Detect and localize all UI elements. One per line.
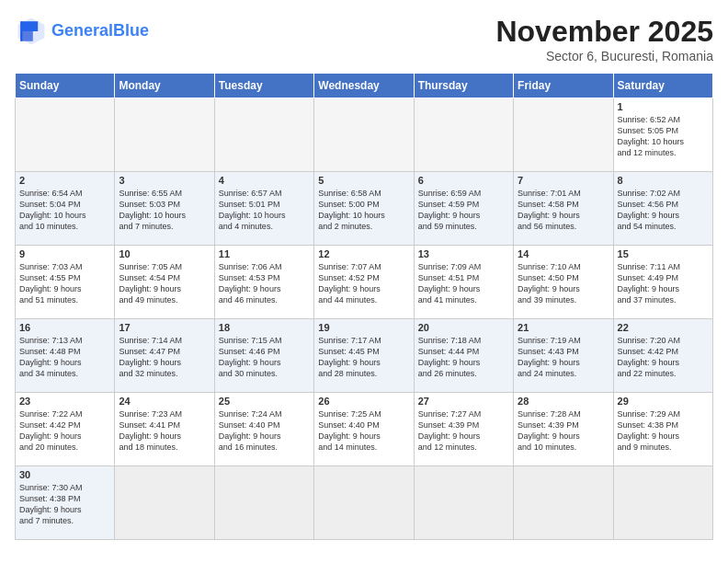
calendar-cell: 17Sunrise: 7:14 AM Sunset: 4:47 PM Dayli… bbox=[115, 319, 214, 393]
day-number: 10 bbox=[119, 248, 210, 259]
day-number: 30 bbox=[19, 469, 110, 480]
day-info: Sunrise: 6:58 AM Sunset: 5:00 PM Dayligh… bbox=[318, 188, 409, 233]
header-day-sunday: Sunday bbox=[16, 74, 115, 98]
calendar-cell: 30Sunrise: 7:30 AM Sunset: 4:38 PM Dayli… bbox=[16, 466, 115, 540]
calendar-cell: 15Sunrise: 7:11 AM Sunset: 4:49 PM Dayli… bbox=[613, 246, 712, 319]
calendar-cell: 25Sunrise: 7:24 AM Sunset: 4:40 PM Dayli… bbox=[214, 393, 313, 466]
day-number: 1 bbox=[618, 101, 709, 112]
header-day-tuesday: Tuesday bbox=[214, 74, 313, 98]
calendar-cell bbox=[115, 98, 214, 172]
day-info: Sunrise: 7:09 AM Sunset: 4:51 PM Dayligh… bbox=[418, 261, 509, 306]
calendar-cell bbox=[414, 98, 513, 172]
day-info: Sunrise: 7:25 AM Sunset: 4:40 PM Dayligh… bbox=[318, 408, 409, 454]
day-number: 3 bbox=[119, 175, 210, 186]
day-number: 8 bbox=[618, 175, 709, 186]
day-number: 22 bbox=[618, 322, 709, 333]
day-info: Sunrise: 6:52 AM Sunset: 5:05 PM Dayligh… bbox=[618, 114, 709, 159]
day-info: Sunrise: 6:57 AM Sunset: 5:01 PM Dayligh… bbox=[219, 188, 310, 233]
calendar-week-row: 1Sunrise: 6:52 AM Sunset: 5:05 PM Daylig… bbox=[16, 98, 713, 172]
day-number: 26 bbox=[318, 396, 409, 407]
calendar-cell bbox=[214, 466, 313, 540]
day-number: 27 bbox=[418, 396, 509, 407]
calendar-cell: 11Sunrise: 7:06 AM Sunset: 4:53 PM Dayli… bbox=[214, 246, 313, 319]
day-number: 16 bbox=[19, 322, 110, 333]
calendar-cell: 21Sunrise: 7:19 AM Sunset: 4:43 PM Dayli… bbox=[514, 319, 613, 393]
logo-general: General bbox=[51, 21, 113, 40]
calendar-cell bbox=[514, 466, 613, 540]
day-number: 29 bbox=[618, 396, 709, 407]
calendar-cell: 28Sunrise: 7:28 AM Sunset: 4:39 PM Dayli… bbox=[514, 393, 613, 466]
calendar-cell: 4Sunrise: 6:57 AM Sunset: 5:01 PM Daylig… bbox=[214, 172, 313, 246]
day-info: Sunrise: 7:13 AM Sunset: 4:48 PM Dayligh… bbox=[19, 335, 110, 380]
header-day-wednesday: Wednesday bbox=[314, 74, 414, 98]
day-number: 23 bbox=[19, 396, 110, 407]
calendar-cell: 24Sunrise: 7:23 AM Sunset: 4:41 PM Dayli… bbox=[115, 393, 214, 466]
calendar-cell bbox=[613, 466, 712, 540]
day-info: Sunrise: 6:54 AM Sunset: 5:04 PM Dayligh… bbox=[19, 188, 110, 233]
header-row: SundayMondayTuesdayWednesdayThursdayFrid… bbox=[16, 74, 713, 98]
day-info: Sunrise: 7:02 AM Sunset: 4:56 PM Dayligh… bbox=[618, 188, 709, 233]
day-number: 24 bbox=[119, 396, 210, 407]
calendar-week-row: 30Sunrise: 7:30 AM Sunset: 4:38 PM Dayli… bbox=[16, 466, 713, 540]
calendar-cell: 2Sunrise: 6:54 AM Sunset: 5:04 PM Daylig… bbox=[16, 172, 115, 246]
page-header: GeneralBlue November 2025 Sector 6, Bucu… bbox=[15, 15, 713, 63]
day-info: Sunrise: 7:22 AM Sunset: 4:42 PM Dayligh… bbox=[19, 408, 110, 454]
day-info: Sunrise: 7:18 AM Sunset: 4:44 PM Dayligh… bbox=[418, 335, 509, 380]
day-info: Sunrise: 7:07 AM Sunset: 4:52 PM Dayligh… bbox=[318, 261, 409, 306]
title-block: November 2025 Sector 6, Bucuresti, Roman… bbox=[495, 15, 713, 63]
calendar-cell: 3Sunrise: 6:55 AM Sunset: 5:03 PM Daylig… bbox=[115, 172, 214, 246]
calendar-cell: 8Sunrise: 7:02 AM Sunset: 4:56 PM Daylig… bbox=[613, 172, 712, 246]
day-number: 17 bbox=[119, 322, 210, 333]
calendar-cell: 26Sunrise: 7:25 AM Sunset: 4:40 PM Dayli… bbox=[314, 393, 414, 466]
day-number: 15 bbox=[618, 248, 709, 259]
calendar-week-row: 16Sunrise: 7:13 AM Sunset: 4:48 PM Dayli… bbox=[16, 319, 713, 393]
day-info: Sunrise: 7:27 AM Sunset: 4:39 PM Dayligh… bbox=[418, 408, 509, 454]
calendar-cell: 14Sunrise: 7:10 AM Sunset: 4:50 PM Dayli… bbox=[514, 246, 613, 319]
day-info: Sunrise: 7:24 AM Sunset: 4:40 PM Dayligh… bbox=[219, 408, 310, 454]
calendar-cell: 6Sunrise: 6:59 AM Sunset: 4:59 PM Daylig… bbox=[414, 172, 513, 246]
day-info: Sunrise: 7:05 AM Sunset: 4:54 PM Dayligh… bbox=[119, 261, 210, 306]
day-number: 4 bbox=[219, 175, 310, 186]
header-day-monday: Monday bbox=[115, 74, 214, 98]
calendar-week-row: 23Sunrise: 7:22 AM Sunset: 4:42 PM Dayli… bbox=[16, 393, 713, 466]
calendar-cell: 12Sunrise: 7:07 AM Sunset: 4:52 PM Dayli… bbox=[314, 246, 414, 319]
calendar-cell: 9Sunrise: 7:03 AM Sunset: 4:55 PM Daylig… bbox=[16, 246, 115, 319]
day-info: Sunrise: 7:20 AM Sunset: 4:42 PM Dayligh… bbox=[618, 335, 709, 380]
day-number: 11 bbox=[219, 248, 310, 259]
day-info: Sunrise: 7:30 AM Sunset: 4:38 PM Dayligh… bbox=[19, 482, 110, 527]
day-number: 19 bbox=[318, 322, 409, 333]
calendar-cell bbox=[16, 98, 115, 172]
calendar-cell: 7Sunrise: 7:01 AM Sunset: 4:58 PM Daylig… bbox=[514, 172, 613, 246]
day-number: 7 bbox=[518, 175, 609, 186]
calendar-cell bbox=[314, 98, 414, 172]
day-number: 6 bbox=[418, 175, 509, 186]
calendar-cell: 29Sunrise: 7:29 AM Sunset: 4:38 PM Dayli… bbox=[613, 393, 712, 466]
calendar-cell: 18Sunrise: 7:15 AM Sunset: 4:46 PM Dayli… bbox=[214, 319, 313, 393]
day-info: Sunrise: 6:59 AM Sunset: 4:59 PM Dayligh… bbox=[418, 188, 509, 233]
day-number: 18 bbox=[219, 322, 310, 333]
header-day-friday: Friday bbox=[514, 74, 613, 98]
day-number: 14 bbox=[518, 248, 609, 259]
calendar-cell: 23Sunrise: 7:22 AM Sunset: 4:42 PM Dayli… bbox=[16, 393, 115, 466]
day-info: Sunrise: 6:55 AM Sunset: 5:03 PM Dayligh… bbox=[119, 188, 210, 233]
day-info: Sunrise: 7:01 AM Sunset: 4:58 PM Dayligh… bbox=[518, 188, 609, 233]
day-number: 28 bbox=[518, 396, 609, 407]
calendar-cell: 1Sunrise: 6:52 AM Sunset: 5:05 PM Daylig… bbox=[613, 98, 712, 172]
calendar-header: SundayMondayTuesdayWednesdayThursdayFrid… bbox=[16, 74, 713, 98]
logo: GeneralBlue bbox=[15, 15, 149, 48]
logo-text: GeneralBlue bbox=[51, 22, 149, 40]
calendar-cell bbox=[314, 466, 414, 540]
calendar-table: SundayMondayTuesdayWednesdayThursdayFrid… bbox=[15, 73, 713, 540]
calendar-cell bbox=[214, 98, 313, 172]
day-info: Sunrise: 7:15 AM Sunset: 4:46 PM Dayligh… bbox=[219, 335, 310, 380]
day-info: Sunrise: 7:19 AM Sunset: 4:43 PM Dayligh… bbox=[518, 335, 609, 380]
day-info: Sunrise: 7:10 AM Sunset: 4:50 PM Dayligh… bbox=[518, 261, 609, 306]
day-number: 12 bbox=[318, 248, 409, 259]
logo-blue: Blue bbox=[113, 21, 149, 40]
calendar-week-row: 9Sunrise: 7:03 AM Sunset: 4:55 PM Daylig… bbox=[16, 246, 713, 319]
calendar-body: 1Sunrise: 6:52 AM Sunset: 5:05 PM Daylig… bbox=[16, 98, 713, 540]
logo-icon bbox=[15, 15, 48, 48]
day-info: Sunrise: 7:06 AM Sunset: 4:53 PM Dayligh… bbox=[219, 261, 310, 306]
calendar-cell: 19Sunrise: 7:17 AM Sunset: 4:45 PM Dayli… bbox=[314, 319, 414, 393]
calendar-week-row: 2Sunrise: 6:54 AM Sunset: 5:04 PM Daylig… bbox=[16, 172, 713, 246]
